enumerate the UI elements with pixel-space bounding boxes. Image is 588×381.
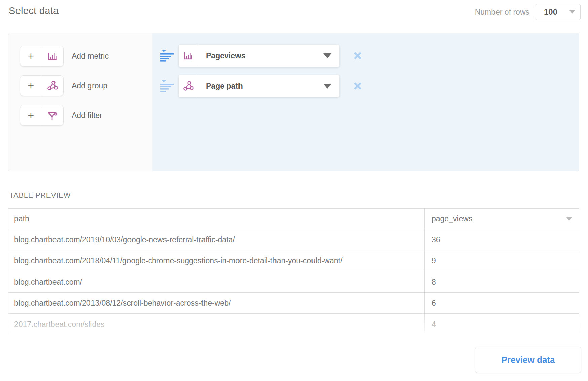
number-of-rows-control: Number of rows 100 xyxy=(475,4,581,20)
sort-caret-icon xyxy=(566,217,572,221)
table-row: blog.chartbeat.com/ 8 xyxy=(8,271,579,292)
group-dropdown-value: Page path xyxy=(198,75,323,97)
x-icon xyxy=(354,82,362,90)
network-icon xyxy=(179,75,198,97)
sort-lines-icon[interactable] xyxy=(159,48,174,64)
add-group-label: Add group xyxy=(72,81,107,90)
remove-group-button[interactable] xyxy=(354,82,362,90)
add-metric-label: Add metric xyxy=(72,52,109,61)
plus-icon: + xyxy=(20,105,42,125)
funnel-icon xyxy=(42,105,64,125)
plus-icon: + xyxy=(20,76,42,96)
bar-chart-icon xyxy=(179,45,198,67)
column-header-page-views-label: page_views xyxy=(432,214,472,223)
remove-metric-button[interactable] xyxy=(354,52,362,60)
caret-down-icon xyxy=(323,84,331,89)
add-filter-label: Add filter xyxy=(72,111,102,120)
table-row: blog.chartbeat.com/2018/04/11/google-chr… xyxy=(8,250,579,271)
x-icon xyxy=(354,52,362,60)
add-controls-section: + xyxy=(8,33,152,171)
table-row: blog.chartbeat.com/2013/08/12/scroll-beh… xyxy=(8,292,579,313)
sort-lines-icon[interactable] xyxy=(159,78,174,94)
page-views-cell: 9 xyxy=(425,250,579,271)
page-views-cell: 8 xyxy=(425,271,579,292)
path-cell: 2017.chartbeat.com/slides xyxy=(8,314,425,335)
metric-dropdown-value: Pageviews xyxy=(198,45,323,67)
caret-down-icon xyxy=(569,10,575,14)
group-selection-row: Page path xyxy=(159,75,579,97)
network-icon xyxy=(42,76,64,96)
group-dropdown[interactable]: Page path xyxy=(179,75,339,97)
column-header-path: path xyxy=(8,209,425,229)
plus-icon: + xyxy=(20,46,42,66)
path-cell: blog.chartbeat.com/2018/04/11/google-chr… xyxy=(8,250,425,271)
column-header-page-views[interactable]: page_views xyxy=(425,209,579,229)
path-cell: blog.chartbeat.com/2013/08/12/scroll-beh… xyxy=(8,293,425,313)
add-filter-button[interactable]: + xyxy=(20,105,64,126)
number-of-rows-dropdown[interactable]: 100 xyxy=(535,4,581,20)
path-cell: blog.chartbeat.com/2019/10/03/google-new… xyxy=(8,229,425,250)
add-filter-row: + Add filter xyxy=(20,105,152,126)
metric-dropdown[interactable]: Pageviews xyxy=(179,45,339,67)
table-header-row: path page_views xyxy=(8,209,579,229)
select-data-panel: + xyxy=(8,33,579,171)
caret-down-icon xyxy=(323,53,331,58)
preview-data-button[interactable]: Preview data xyxy=(475,347,581,373)
bar-chart-icon xyxy=(42,46,64,66)
page-title: Select data xyxy=(9,5,59,16)
add-metric-row: + xyxy=(20,46,152,67)
table-row: 2017.chartbeat.com/slides 4 xyxy=(8,313,579,335)
table-preview-heading: TABLE PREVIEW xyxy=(9,191,71,200)
path-cell: blog.chartbeat.com/ xyxy=(8,271,425,292)
page-views-cell: 6 xyxy=(425,293,579,313)
add-group-row: + Add group xyxy=(20,75,152,96)
add-metric-button[interactable]: + xyxy=(20,46,64,67)
page-views-cell: 36 xyxy=(425,229,579,250)
metric-selection-row: Pageviews xyxy=(159,45,579,67)
preview-table: path page_views blog.chartbeat.com/2019/… xyxy=(8,208,579,335)
select-data-screen: Select data Number of rows 100 + xyxy=(0,0,588,381)
page-views-cell: 4 xyxy=(425,314,579,335)
table-row: blog.chartbeat.com/2019/10/03/google-new… xyxy=(8,229,579,250)
number-of-rows-value: 100 xyxy=(544,7,557,17)
selected-fields-section: Pageviews xyxy=(152,33,579,171)
add-group-button[interactable]: + xyxy=(20,75,64,96)
number-of-rows-label: Number of rows xyxy=(475,8,529,17)
